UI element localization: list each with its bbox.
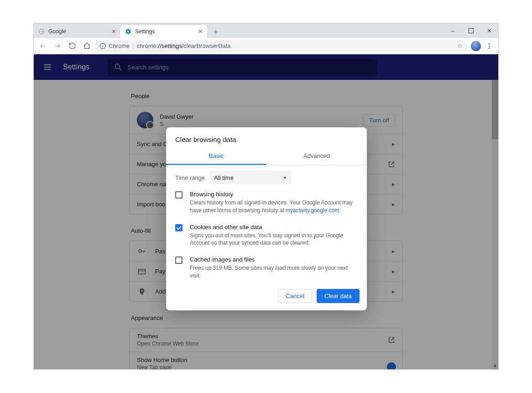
new-tab-button[interactable] xyxy=(210,26,222,38)
myactivity-link[interactable]: myactivity.google.com xyxy=(286,207,339,214)
settings-favicon xyxy=(125,28,131,35)
address-bar[interactable]: Chrome | chrome://settings/clearBrowserD… xyxy=(95,40,467,52)
tab-settings[interactable]: Settings ✕ xyxy=(120,25,207,38)
dialog-title: Clear browsing data xyxy=(166,127,367,148)
window-maximize-button[interactable] xyxy=(462,23,480,38)
svg-point-5 xyxy=(489,43,490,45)
close-tab-icon[interactable]: ✕ xyxy=(111,28,116,35)
time-range-label: Time range xyxy=(175,174,205,181)
tab-advanced[interactable]: Advanced xyxy=(266,148,367,165)
option-cached-files[interactable]: Cached images and files Frees up 319 MB.… xyxy=(166,252,367,284)
clear-browsing-data-dialog: Clear browsing data Basic Advanced Time … xyxy=(166,127,367,310)
profile-avatar[interactable] xyxy=(471,41,481,51)
reload-button[interactable] xyxy=(66,40,78,52)
clear-data-button[interactable]: Clear data xyxy=(317,289,360,303)
svg-point-6 xyxy=(489,45,490,47)
tab-label: Settings xyxy=(135,28,155,35)
svg-point-7 xyxy=(489,47,490,49)
url-chip: Chrome xyxy=(109,42,130,49)
svg-point-3 xyxy=(102,44,103,45)
option-browsing-history[interactable]: Browsing history Clears history from all… xyxy=(166,186,367,219)
back-button[interactable] xyxy=(37,40,49,52)
svg-rect-1 xyxy=(469,28,473,33)
forward-button[interactable] xyxy=(51,40,64,52)
chevron-down-icon: ▼ xyxy=(282,175,287,180)
cancel-button[interactable]: Cancel xyxy=(278,289,312,303)
bookmark-star-icon[interactable]: ☆ xyxy=(457,42,463,49)
browser-toolbar: Chrome | chrome://settings/clearBrowserD… xyxy=(34,38,498,54)
tab-google[interactable]: Google ✕ xyxy=(34,25,120,38)
google-favicon xyxy=(38,28,45,35)
tab-basic[interactable]: Basic xyxy=(166,148,266,165)
window-minimize-button[interactable]: – xyxy=(443,23,462,38)
menu-button[interactable] xyxy=(483,40,495,52)
close-tab-icon[interactable]: ✕ xyxy=(198,28,203,35)
window-close-button[interactable]: ✕ xyxy=(480,23,498,38)
time-range-select[interactable]: All time ▼ xyxy=(209,171,292,184)
home-button[interactable] xyxy=(80,40,93,52)
tab-label: Google xyxy=(48,28,66,35)
svg-rect-4 xyxy=(102,45,103,47)
site-info-icon[interactable] xyxy=(99,43,106,49)
checkbox[interactable] xyxy=(175,191,183,199)
checkbox[interactable] xyxy=(175,224,183,231)
window-tabstrip: Google ✕ Settings ✕ – ✕ xyxy=(34,23,498,38)
url-text: chrome://settings/clearBrowserData xyxy=(137,42,231,49)
checkbox[interactable] xyxy=(175,257,183,264)
option-cookies[interactable]: Cookies and other site data Signs you ou… xyxy=(166,219,367,252)
